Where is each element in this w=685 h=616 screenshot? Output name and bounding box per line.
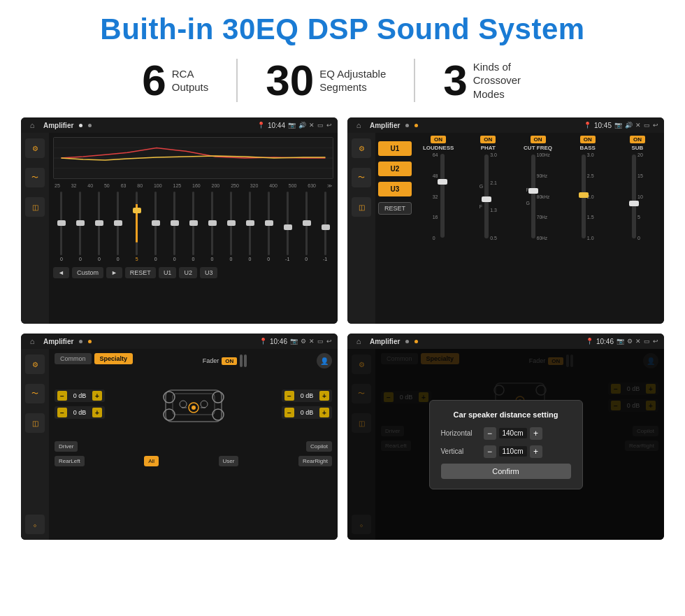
location-icon-3: 📍 — [259, 338, 267, 345]
time-1: 10:44 — [268, 122, 285, 129]
bass-on[interactable]: ON — [580, 136, 596, 143]
right-db-2-minus[interactable]: − — [284, 408, 294, 417]
cutfreq-slider[interactable] — [531, 155, 535, 238]
left-db-2-value: 0 dB — [69, 409, 90, 416]
horizontal-plus[interactable]: + — [530, 427, 542, 440]
left-db-2-plus[interactable]: + — [92, 408, 102, 417]
home-icon[interactable]: ⌂ — [27, 120, 38, 131]
sp-sidebar-btn-2[interactable]: 〜 — [25, 384, 45, 403]
left-db-2: − 0 dB + — [55, 406, 105, 419]
left-db-2-minus[interactable]: − — [57, 408, 67, 417]
eq-slider-2[interactable]: 0 — [91, 192, 108, 262]
crossover-sidebar: ⚙ 〜 ◫ — [347, 133, 375, 324]
eq-slider-14[interactable]: -1 — [317, 192, 333, 262]
sp-sidebar-btn-1[interactable]: ⚙ — [25, 354, 45, 374]
eq-u3-btn[interactable]: U3 — [200, 267, 218, 278]
eq-slider-6[interactable]: 0 — [166, 192, 183, 262]
crossover-main: U1 U2 U3 RESET ON LOUDNESS — [375, 133, 664, 324]
sub-slider[interactable] — [632, 155, 636, 238]
sp-sidebar-btn-3[interactable]: ◫ — [25, 413, 45, 433]
user-btn[interactable]: User — [219, 456, 239, 466]
eq-slider-3[interactable]: 0 — [110, 192, 127, 262]
camera-icon-3: 📷 — [290, 338, 298, 345]
eq-slider-5[interactable]: 0 — [147, 192, 164, 262]
sp-sidebar-btn-4[interactable]: ⬦ — [25, 515, 45, 534]
eq-u2-btn[interactable]: U2 — [179, 267, 197, 278]
fader-bar-2 — [244, 354, 247, 367]
right-db-2-plus[interactable]: + — [319, 408, 329, 417]
u2-button[interactable]: U2 — [378, 162, 412, 176]
eq-sliders: 0 0 0 0 5 0 0 0 0 0 0 0 -1 0 -1 — [53, 192, 333, 262]
eq-reset-btn[interactable]: RESET — [125, 267, 156, 278]
cutfreq-on[interactable]: ON — [531, 136, 546, 143]
loudness-slider[interactable] — [440, 154, 445, 238]
eq-u1-btn[interactable]: U1 — [159, 267, 177, 278]
vertical-minus[interactable]: − — [484, 445, 496, 458]
tab-common-3[interactable]: Common — [55, 353, 92, 364]
eq-sidebar-btn-3[interactable]: ◫ — [25, 197, 45, 217]
eq-slider-1[interactable]: 0 — [72, 192, 89, 262]
eq-prev-btn[interactable]: ◄ — [53, 267, 69, 278]
loudness-on[interactable]: ON — [431, 136, 446, 143]
xo-sidebar-btn-1[interactable]: ⚙ — [352, 138, 371, 158]
eq-slider-7[interactable]: 0 — [185, 192, 202, 262]
window-icon: ▭ — [317, 122, 324, 129]
bass-slider[interactable] — [582, 155, 586, 238]
driver-btn[interactable]: Driver — [55, 441, 78, 452]
modal-title: Car speaker distance setting — [441, 410, 571, 419]
distance-content: ⚙ 〜 ◫ ⬦ Common Specialty Fader ON — [347, 349, 664, 540]
svg-point-11 — [201, 401, 208, 408]
tab-specialty-3[interactable]: Specialty — [94, 353, 134, 364]
bottom-buttons-row-1: Driver Copilot — [55, 441, 332, 452]
eq-sidebar-btn-1[interactable]: ⚙ — [25, 138, 45, 158]
eq-slider-4[interactable]: 5 — [129, 192, 145, 262]
left-db-1-plus[interactable]: + — [92, 391, 102, 401]
phat-slider[interactable] — [484, 155, 489, 238]
status-dot-1 — [79, 124, 82, 127]
right-db-1-plus[interactable]: + — [319, 391, 329, 401]
horizontal-minus[interactable]: − — [484, 427, 496, 440]
window-icon-2: ▭ — [644, 122, 650, 129]
eq-slider-13[interactable]: 0 — [298, 192, 315, 262]
u3-button[interactable]: U3 — [378, 182, 412, 196]
phat-on[interactable]: ON — [480, 136, 496, 143]
rearleft-btn[interactable]: RearLeft — [55, 456, 85, 466]
home-icon-3[interactable]: ⌂ — [27, 336, 38, 347]
eq-slider-0[interactable]: 0 — [53, 192, 70, 262]
vertical-plus[interactable]: + — [530, 445, 542, 458]
col-bass: ON BASS 3.02.52.01.51.0 — [564, 136, 612, 321]
sub-on[interactable]: ON — [630, 136, 645, 143]
close-icon-3: ✕ — [309, 338, 315, 345]
eq-sidebar-btn-2[interactable]: 〜 — [25, 168, 45, 187]
u1-button[interactable]: U1 — [378, 141, 412, 156]
eq-play-btn[interactable]: ► — [106, 267, 122, 278]
home-icon-4[interactable]: ⌂ — [353, 336, 364, 347]
right-db-1-minus[interactable]: − — [284, 391, 294, 401]
eq-slider-11[interactable]: 0 — [260, 192, 277, 262]
home-icon-2[interactable]: ⌂ — [353, 120, 364, 131]
top-row: Common Specialty Fader ON 👤 — [55, 353, 332, 368]
bottom-buttons-row-2: RearLeft All User RearRight — [55, 456, 332, 466]
all-btn[interactable]: All — [144, 456, 159, 466]
confirm-button[interactable]: Confirm — [441, 464, 571, 479]
camera-icon-2: 📷 — [614, 122, 622, 129]
eq-slider-12[interactable]: -1 — [279, 192, 296, 262]
speaker-main: Common Specialty Fader ON 👤 — [49, 349, 338, 540]
copilot-btn[interactable]: Copilot — [306, 441, 332, 452]
xo-sidebar-btn-3[interactable]: ◫ — [352, 197, 371, 217]
eq-slider-10[interactable]: 0 — [241, 192, 258, 262]
person-icon[interactable]: 👤 — [317, 353, 332, 368]
xo-sidebar-btn-2[interactable]: 〜 — [352, 168, 371, 187]
back-icon-2: ↩ — [653, 122, 658, 129]
fader-on-badge[interactable]: ON — [222, 357, 237, 365]
crossover-reset-btn[interactable]: RESET — [378, 202, 412, 215]
right-db-1-value: 0 dB — [296, 392, 317, 399]
left-db-1-minus[interactable]: − — [57, 391, 67, 401]
eq-slider-8[interactable]: 0 — [204, 192, 221, 262]
volume-icon-2: 🔊 — [625, 122, 633, 129]
eq-slider-9[interactable]: 0 — [222, 192, 239, 262]
speaker-controls: − 0 dB + − 0 dB + — [55, 373, 332, 436]
rearright-btn[interactable]: RearRight — [298, 456, 332, 466]
screen-crossover: ⌂ Amplifier 📍 10:45 📷 🔊 ✕ ▭ ↩ ⚙ 〜 — [347, 117, 664, 324]
status-bar-4: ⌂ Amplifier 📍 10:46 📷 ⚙ ✕ ▭ ↩ — [347, 334, 664, 349]
